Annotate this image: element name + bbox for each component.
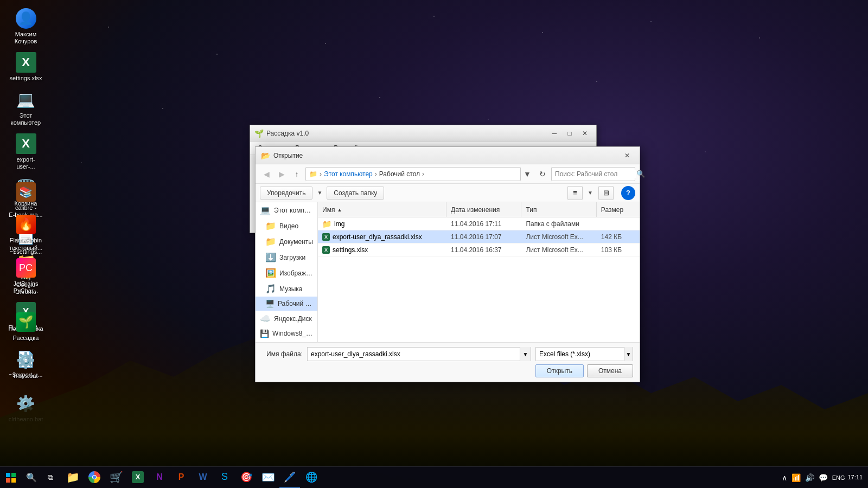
sidebar-item-this-computer[interactable]: 💻 Этот компьютер [256,202,317,218]
desktop-icon-jetbrains[interactable]: PC JetBrainsPyChar... [5,255,46,297]
taskbar-app-word[interactable]: W [193,467,213,489]
desktop-icon-export-user[interactable]: X export-user-... [5,131,46,172]
dialog-toolbar: ◀ ▶ ↑ 📁 › Этот компьютер › Рабочий стол … [256,164,640,184]
filename-dropdown-btn[interactable]: ▼ [520,347,531,361]
sidebar-item-windows-os[interactable]: 💾 Windows8_OS (С: [256,326,317,341]
column-type[interactable]: Тип [521,202,596,217]
sidebar-item-video[interactable]: 📁 Видео [256,218,317,234]
sidebar-item-images[interactable]: 🖼️ Изображения [256,265,317,281]
help-button[interactable]: ? [621,186,635,200]
app-titlebar: 🌱 Рассадка v1.0 ─ □ ✕ [250,125,596,142]
organize-dropdown-icon[interactable]: ▼ [317,190,322,196]
breadcrumb-computer[interactable]: Этот компьютер [324,170,373,178]
tray-lang[interactable]: ENG [832,474,845,481]
taskbar-system-tray: ∧ 📶 🔊 💬 ENG 17:11 [782,473,868,482]
clock-time: 17:11 [847,473,863,481]
desktop-icon-rassadka[interactable]: 🌱 Рассадка [5,309,46,344]
taskbar: 🔍 ⧉ 📁 🛒 X N P W S 🎯 ✉️ 🖊️ 🌐 [0,466,868,488]
file-open-dialog: 📂 Открытие ✕ ◀ ▶ ↑ 📁 › Этот компьютер › … [255,146,640,382]
breadcrumb-dropdown-btn[interactable]: ▼ [521,168,534,181]
file-row-export-user[interactable]: X export-user_dlya_rassadki.xlsx 11.04.2… [318,230,640,243]
filename-input[interactable] [308,350,520,358]
column-size[interactable]: Размер [597,202,640,217]
music-sidebar-icon: 🎵 [265,284,276,294]
tray-icons: ∧ 📶 🔊 💬 ENG [782,473,845,482]
cancel-button[interactable]: Отмена [587,364,633,377]
view-list-button[interactable]: ≡ [567,186,583,200]
tray-network-icon[interactable]: 📶 [792,473,801,482]
view-dropdown-icon[interactable]: ▼ [588,190,593,196]
sidebar-item-documents[interactable]: 📁 Документы [256,234,317,249]
filetype-dropdown-btn[interactable]: ▼ [624,347,633,361]
dialog-close-button[interactable]: ✕ [620,150,634,161]
maximize-button[interactable]: □ [563,128,577,139]
excel-file-row-icon: X [322,233,330,241]
sidebar-item-music[interactable]: 🎵 Музыка [256,281,317,297]
desktop-icon-computer[interactable]: 💻 Этоткомпьютер [5,87,46,129]
filename-input-wrapper[interactable]: ▼ [307,347,531,361]
tray-wechat-icon[interactable]: 💬 [819,473,828,482]
desktop-icon-settings-xlsx[interactable]: X settings.xlsx [5,49,46,84]
filetype-select[interactable]: ▼ [535,347,633,361]
file-name-img: 📁 img [318,220,446,228]
taskbar-app-globe[interactable]: 🌐 [301,467,322,489]
taskbar-app-excel[interactable]: X [127,467,148,489]
file-type-img: Папка с файлами [521,220,596,228]
forward-button[interactable]: ▶ [275,168,288,181]
sidebar-item-windows-os-label: Windows8_OS (С: [272,330,313,337]
desktop-icon-msys[interactable]: ⚙️ msys.bat [5,347,46,382]
view-details-button[interactable]: ⊟ [598,186,614,200]
app-title: Рассадка v1.0 [266,130,547,137]
organize-button[interactable]: Упорядочить [260,187,312,200]
taskbar-app-feather[interactable]: 🖊️ [279,467,300,489]
taskbar-search-button[interactable]: 🔍 [22,467,41,489]
desktop-icon-user-label: Максим Кочуров [8,31,44,45]
column-date[interactable]: Дата изменения [446,202,521,217]
folder-file-icon: 📁 [322,220,331,228]
refresh-button[interactable]: ↻ [536,168,549,181]
start-button[interactable] [0,467,22,489]
downloads-sidebar-icon: ⬇️ [265,252,276,262]
sidebar-item-downloads[interactable]: ⬇️ Загрузки [256,249,317,265]
filetype-input[interactable] [536,350,624,358]
back-button[interactable]: ◀ [260,168,273,181]
dialog-action-bar: Упорядочить ▼ Создать папку ≡ ▼ ⊟ ? [256,184,640,202]
file-row-img[interactable]: 📁 img 11.04.2016 17:11 Папка с файлами [318,217,640,230]
open-button[interactable]: Открыть [535,364,584,377]
taskbar-app-chrome[interactable] [84,467,105,489]
taskbar-app-powerpoint[interactable]: P [171,467,192,489]
taskbar-app-mail[interactable]: ✉️ [258,467,278,489]
dialog-footer-buttons: Открыть Отмена [262,364,633,377]
sidebar-item-yandex[interactable]: ☁️ Яндекс.Диск [256,311,317,326]
desktop-icon-jetbrains-label: JetBrainsPyChar... [14,280,39,294]
taskbar-app-store[interactable]: 🛒 [106,467,126,489]
taskbar-time[interactable]: 17:11 [847,473,863,481]
taskbar-app-greenshot[interactable]: 🎯 [236,467,257,489]
excel-settings-icon: X [322,246,330,254]
file-type-settings: Лист Microsoft Ex... [521,246,596,254]
svg-rect-1 [11,473,16,477]
close-button[interactable]: ✕ [578,128,592,139]
tray-sound-icon[interactable]: 🔊 [805,473,814,482]
sidebar-item-yandex-label: Яндекс.Диск [274,315,312,323]
new-folder-button[interactable]: Создать папку [327,187,384,200]
desktop-icon-clrtheano[interactable]: ⚙️ clrtheano.bat [5,390,46,425]
taskbar-app-explorer[interactable]: 📁 [62,467,83,489]
desktop-icon-flamerobin[interactable]: 🔥 FlameRobin [5,211,46,246]
sidebar-item-desktop[interactable]: 🖥️ Рабочий стол [256,297,317,311]
breadcrumb-bar[interactable]: 📁 › Этот компьютер › Рабочий стол › [305,167,521,181]
ground-glow [542,415,760,469]
file-row-settings[interactable]: X settings.xlsx 11.04.2016 16:37 Лист Mi… [318,243,640,256]
taskbar-app-skype[interactable]: S [214,467,235,489]
column-name[interactable]: Имя ▲ [318,202,446,217]
desktop-icon-user[interactable]: 👤 Максим Кочуров [5,5,46,47]
tray-arrow-icon[interactable]: ∧ [782,473,787,482]
up-button[interactable]: ↑ [290,168,303,181]
breadcrumb-desktop[interactable]: Рабочий стол [379,170,420,178]
dialog-footer: Имя файла: ▼ ▼ Открыть Отмена [256,342,640,382]
search-input[interactable] [555,170,636,178]
taskbar-task-view-button[interactable]: ⧉ [41,467,60,489]
minimize-button[interactable]: ─ [547,128,561,139]
search-bar[interactable]: 🔍 [551,167,635,181]
taskbar-app-onenote[interactable]: N [149,467,170,489]
